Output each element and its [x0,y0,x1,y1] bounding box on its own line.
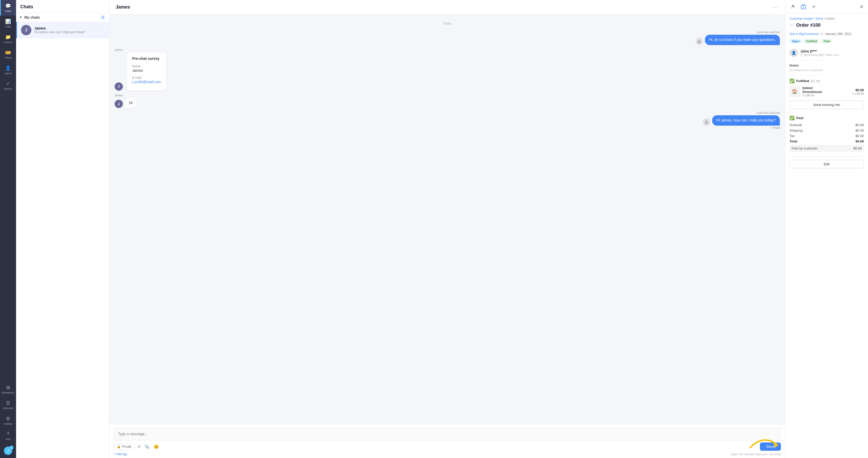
nav-item-chats[interactable]: 💬 Chats [0,0,16,15]
status-badges: Open Fulfilled Paid [785,38,868,46]
right-panel: ✕ Customer Insight / Store / Orders ← Or… [785,0,868,458]
collapse-icon: ▼ [19,15,22,19]
store-icon[interactable] [800,3,807,10]
edit-button[interactable]: Edit [789,160,864,168]
shipping-label: Shipping [789,129,803,132]
item-price: $6.68 [852,88,864,92]
nav-item-archives[interactable]: 📁 Archives [0,31,16,46]
payment-row-tax: Tax $0.00 [789,134,864,138]
send-button[interactable]: Send [760,443,781,451]
subtotal-label: Subtotal [789,123,802,127]
type-hint: Type # for canned responses : for emoji [731,453,781,456]
more-options-button[interactable]: ··· [773,4,779,10]
svg-point-0 [699,40,700,41]
total-label: Total [789,139,797,143]
customer-insight-icon[interactable] [789,3,797,10]
paid-check-icon: ✅ [789,116,795,121]
nav-item-settings[interactable]: ⚙ Settings [0,413,16,428]
attachment-button[interactable]: 📎 [143,443,151,450]
item-unit-price: 1 x $6.68 [852,92,864,95]
marketplace-icon: ⊞ [6,385,10,390]
read-status: ✓ Read [115,126,780,130]
survey-field-name-label: Name: [132,65,141,68]
send-tracking-info-button[interactable]: Send tracking info [789,100,864,109]
item-name-2: Greenhouse [802,90,849,94]
status-badge-open: Open [789,39,802,43]
message-input[interactable] [114,427,781,440]
paid-title: Paid [796,116,803,120]
my-chats-section[interactable]: ▼ My chats 1 [16,13,109,22]
back-button[interactable]: ← [789,23,794,28]
hi-bubble-row: J Hi [115,98,780,108]
hi-avatar: J [115,100,123,108]
add-icon[interactable] [810,3,817,10]
add-tag-button[interactable]: + Add tag [114,452,127,456]
chat-input-area: 🔒 Private # 📎 😊 Send + Add tag Type # fo… [110,424,785,458]
agents-icon: 👤 [5,65,11,71]
date-divider: Today [115,22,780,25]
nav-item-agents[interactable]: 👤 Agents [0,62,16,78]
survey-message-row: James J Pre-chat survey Name: James E-ma… [115,48,780,91]
payment-row-paid-by: Paid by customer $6.68 [789,145,864,152]
hashtag-button[interactable]: # [137,443,141,450]
hi-sender-label: James [115,94,780,97]
shipping-value: $0.00 [855,129,864,132]
message-sender-label: LiveChat LiveChat [115,31,780,34]
reports-icon: ✓ [6,81,10,87]
chat-main-area: James ··· Today LiveChat LiveChat Hi, le… [110,0,785,458]
tax-value: $0.00 [855,134,864,138]
status-badge-paid: Paid [821,39,832,43]
archives-icon: 📁 [5,34,11,40]
chats-icon: 💬 [5,3,11,9]
nav-item-reports[interactable]: ✓ Reports [0,78,16,93]
fulfillment-section: ✅ Fulfilled (1) #2 🏠 Indoor Greenhouse 1… [785,75,868,112]
private-button[interactable]: 🔒 Private [114,444,135,450]
survey-bubble-row: J Pre-chat survey Name: James E-mail: j.… [115,52,780,91]
lock-icon: 🔒 [117,445,121,449]
survey-field-email-label: E-mail: [132,76,142,79]
right-panel-header: ✕ [785,0,868,14]
subtotal-value: $6.68 [855,123,864,127]
notes-section: Notes No notes from customer [785,60,868,75]
nav-item-subscribe[interactable]: ☰ Subscribe [0,397,16,413]
chat-item-james[interactable]: J James Hi James, how can I help you tod… [16,22,109,38]
survey-avatar: J [115,83,123,91]
breadcrumb-orders: Orders [826,17,835,21]
tickets-icon: 🎫 [5,50,11,56]
bigcommerce-link[interactable]: See in BigCommerce [789,32,819,36]
nav-item-tickets[interactable]: 🎫 Tickets [0,46,16,62]
outgoing-2-sender-label: LiveChat LiveChat [115,111,780,114]
item-name: Indoor [802,86,849,90]
breadcrumb-store[interactable]: Store [816,17,823,21]
notes-empty: No notes from customer [789,68,864,72]
message-bubble: Hi, let us know if you have any question… [705,35,780,45]
nav-item-marketplace[interactable]: ⊞ Marketplace [0,382,16,397]
chat-item-avatar: J [21,25,31,35]
outgoing-2-bubble: Hi James, how can I help you today? [712,115,780,126]
my-chats-label: My chats [24,15,40,20]
outgoing-2-avatar [703,119,710,126]
emoji-button[interactable]: 😊 [153,443,160,450]
paid-by-label: Paid by customer [792,146,817,150]
nav-item-traffic[interactable]: 📊 Traffic [0,15,16,31]
svg-point-2 [792,5,794,7]
help-icon: ? [7,431,9,437]
customer-name: John D*** [800,49,839,53]
order-meta: See in BigCommerce ↗ , January 18th, 202… [785,31,868,38]
nav-user-avatar-container[interactable]: J 1 [0,444,16,458]
add-tag-row: + Add tag Type # for canned responses : … [114,451,781,456]
fulfillment-title: Fulfilled [796,79,809,83]
order-date-value: January 18th, 2021 [825,32,852,36]
customer-email: j***@customer@b**ration.com [800,53,839,57]
item-qty: 1 x $6.68 [802,94,849,97]
payment-row-subtotal: Subtotal $6.68 [789,123,864,127]
survey-field-email-value: j.smith@mail.com [132,80,161,84]
close-panel-button[interactable]: ✕ [860,4,864,10]
tax-label: Tax [789,134,795,138]
payment-row-shipping: Shipping $0.00 [789,129,864,132]
breadcrumb-customer-insight[interactable]: Customer Insight [789,17,813,21]
nav-item-help[interactable]: ? Help [0,428,16,444]
survey-title: Pre-chat survey [132,57,161,61]
chat-item-info: James Hi James, how can I help you today… [34,26,105,34]
customer-info: John D*** j***@customer@b**ration.com [800,49,839,57]
